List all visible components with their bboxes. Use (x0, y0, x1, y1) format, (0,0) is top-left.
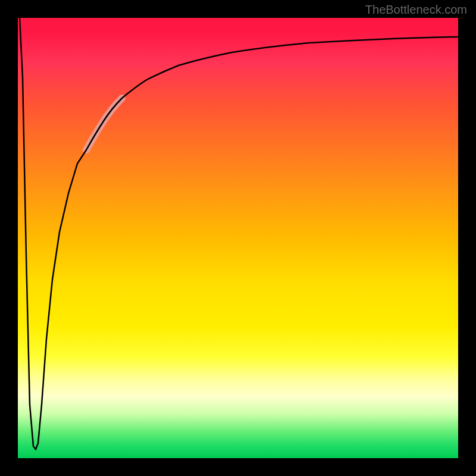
bottleneck-curve-line (20, 18, 458, 449)
watermark-text: TheBottleneck.com (365, 3, 467, 17)
chart-plot-area (18, 18, 458, 458)
curve-highlight-segment (86, 98, 122, 150)
chart-svg (18, 18, 458, 458)
